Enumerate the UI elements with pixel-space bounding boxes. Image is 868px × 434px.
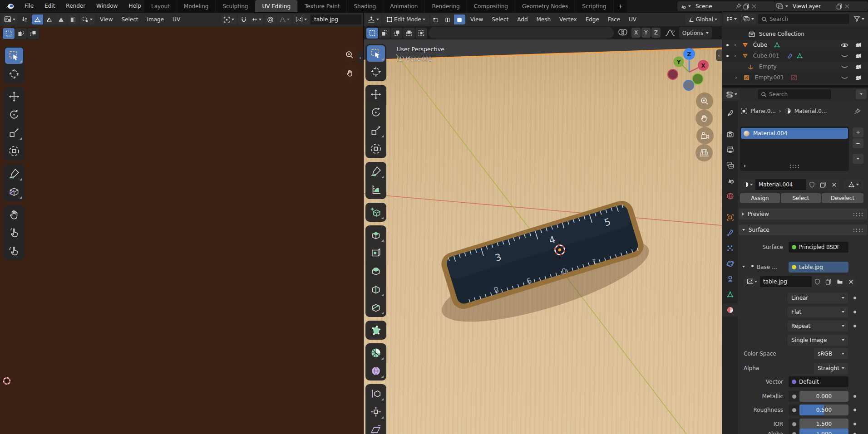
metallic-slider[interactable]: 0.000 xyxy=(799,391,848,402)
copy-image-button[interactable] xyxy=(823,276,834,287)
uv-image-name[interactable]: table.jpg xyxy=(311,15,361,24)
projection-dropdown[interactable]: Flat xyxy=(788,307,848,317)
snap-options-dropdown[interactable] xyxy=(250,15,263,24)
zoom-in-button[interactable] xyxy=(341,47,358,63)
breadcrumb-material[interactable]: Material.0... xyxy=(794,108,827,114)
deselect-button[interactable]: Deselect xyxy=(822,193,863,203)
cursor-tool[interactable] xyxy=(5,66,23,82)
pan-view-button[interactable] xyxy=(341,65,358,81)
blender-logo-icon[interactable] xyxy=(0,3,19,10)
roughness-socket[interactable] xyxy=(789,405,799,415)
assign-button[interactable]: Assign xyxy=(740,193,780,203)
uv-island-select-button[interactable] xyxy=(67,15,79,24)
gizmo-neg-z-axis[interactable] xyxy=(684,80,694,90)
vertex-mode-button[interactable] xyxy=(430,15,442,24)
drag-grip-icon[interactable] xyxy=(853,228,863,232)
outliner-item-label[interactable]: Empty xyxy=(759,63,777,70)
tab-uv-editing[interactable]: UV Editing xyxy=(255,0,298,12)
remove-slot-button[interactable]: − xyxy=(853,138,863,148)
transform-tool[interactable] xyxy=(367,141,385,157)
select-box-tool[interactable] xyxy=(5,48,23,64)
roughness-slider[interactable]: 0.500 xyxy=(799,405,848,415)
add-cube-tool[interactable] xyxy=(367,204,385,220)
select-set-button[interactable] xyxy=(3,28,15,39)
properties-tab-physics[interactable] xyxy=(723,257,737,270)
axis-gizmo[interactable]: Z Y X xyxy=(663,43,718,93)
material-name-field[interactable]: Material.004 xyxy=(755,179,806,190)
touch-rotate-tool[interactable] xyxy=(5,243,23,259)
eye-open-icon[interactable] xyxy=(841,42,848,48)
tab-compositing[interactable]: Compositing xyxy=(467,0,515,12)
color-space-dropdown[interactable]: sRGB xyxy=(814,348,848,359)
snap-toggle[interactable] xyxy=(238,15,249,24)
transform-orientation-dropdown[interactable]: Global xyxy=(686,15,720,24)
animate-dot[interactable] xyxy=(853,409,856,411)
properties-options-dropdown[interactable] xyxy=(856,89,867,99)
interpolation-dropdown[interactable]: Linear xyxy=(788,293,848,303)
tab-layout[interactable]: Layout xyxy=(144,0,177,12)
shear-tool[interactable] xyxy=(367,422,385,434)
extension-dropdown[interactable]: Repeat xyxy=(788,321,848,332)
uv-menu[interactable]: UV xyxy=(625,13,640,26)
uv-menu-image[interactable]: Image xyxy=(143,13,168,26)
base-color-field[interactable]: table.jpg xyxy=(789,262,848,273)
touch-select-tool[interactable] xyxy=(5,224,23,241)
mirror-z-button[interactable]: Z xyxy=(651,28,661,38)
annotate-tool[interactable] xyxy=(367,163,385,180)
copy-icon[interactable] xyxy=(836,3,843,10)
image-browse-dropdown[interactable] xyxy=(293,15,309,24)
properties-tab-view-layer[interactable] xyxy=(723,159,737,172)
copy-icon[interactable] xyxy=(743,3,750,10)
pin-icon[interactable] xyxy=(854,108,860,115)
zoom-in-button[interactable] xyxy=(696,93,713,110)
collapse-sidebar-icon[interactable]: ‹ xyxy=(357,52,363,63)
pan-view-button[interactable] xyxy=(695,110,713,127)
tab-texture-paint[interactable]: Texture Paint xyxy=(298,0,347,12)
uv-vertex-select-button[interactable] xyxy=(32,15,43,24)
fake-user-button[interactable] xyxy=(806,179,817,190)
expand-arrow-icon[interactable]: › xyxy=(734,53,736,59)
properties-tab-particles[interactable] xyxy=(723,242,737,255)
poly-build-tool[interactable] xyxy=(367,322,385,338)
face-mode-button[interactable] xyxy=(454,15,465,24)
fake-user-button[interactable] xyxy=(812,276,823,287)
outliner-filter-images-dropdown[interactable] xyxy=(741,14,756,24)
animate-dot[interactable] xyxy=(853,423,856,425)
mode-dropdown[interactable]: Edit Mode xyxy=(383,15,429,24)
properties-tab-output[interactable] xyxy=(723,143,737,156)
knife-tool[interactable] xyxy=(367,299,385,316)
animate-dot[interactable] xyxy=(853,325,856,327)
edge-menu[interactable]: Edge xyxy=(582,13,603,26)
select-subtract-button[interactable] xyxy=(27,28,39,39)
uv-menu-view[interactable]: View xyxy=(96,13,116,26)
menu-window[interactable]: Window xyxy=(91,0,123,12)
outliner-item-label[interactable]: Cube xyxy=(753,42,767,48)
select-extend-button[interactable] xyxy=(15,28,27,39)
slot-list-expand-icon[interactable] xyxy=(744,165,746,167)
select-difference-button[interactable] xyxy=(403,28,415,39)
vertex-menu[interactable]: Vertex xyxy=(556,13,581,26)
mirror-x-button[interactable]: X xyxy=(631,28,641,38)
outliner-row-cube[interactable]: › Cube xyxy=(722,39,868,50)
menu-edit[interactable]: Edit xyxy=(39,0,60,12)
animate-dot[interactable] xyxy=(853,311,856,313)
select-intersect-button[interactable] xyxy=(415,28,427,39)
tab-modeling[interactable]: Modeling xyxy=(177,0,216,12)
view-menu[interactable]: View xyxy=(467,13,487,26)
smooth-tool[interactable] xyxy=(367,363,385,379)
menu-file[interactable]: File xyxy=(19,0,39,12)
outliner-row-empty[interactable]: Empty xyxy=(722,61,868,72)
loop-cut-tool[interactable] xyxy=(367,281,385,297)
outliner-display-mode-dropdown[interactable] xyxy=(724,14,739,24)
viewport-3d[interactable]: 3 4 5 8 9 0 1 Us xyxy=(364,39,722,434)
properties-tab-object-data[interactable] xyxy=(723,288,737,301)
ior-socket[interactable] xyxy=(789,419,799,429)
gizmo-neg-y-axis[interactable] xyxy=(692,73,703,84)
falloff-icon[interactable] xyxy=(665,29,676,37)
edge-mode-button[interactable] xyxy=(442,15,454,24)
uv-sync-toggle[interactable] xyxy=(19,15,30,24)
properties-tab-constraints[interactable] xyxy=(723,273,737,286)
properties-editor-type-dropdown[interactable] xyxy=(724,89,740,99)
animate-dot[interactable] xyxy=(853,395,856,398)
uv-menu-select[interactable]: Select xyxy=(118,13,142,26)
